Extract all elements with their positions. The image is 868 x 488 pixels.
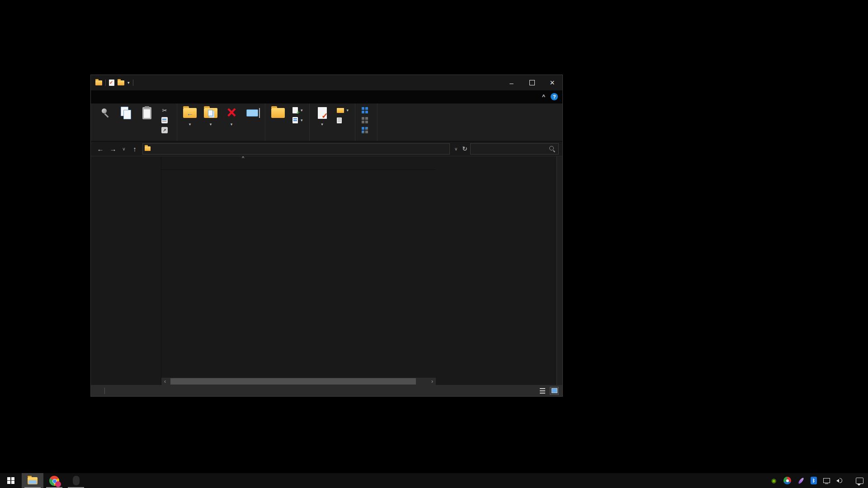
breadcrumb[interactable] (142, 143, 450, 155)
folder-icon[interactable] (95, 80, 102, 85)
action-center-icon[interactable] (856, 478, 863, 484)
thumbnails-view-button[interactable] (550, 387, 559, 395)
copy-button[interactable] (116, 105, 136, 122)
pin-to-quick-access-button[interactable] (95, 105, 115, 122)
delete-icon (226, 107, 236, 120)
ribbon-tabs: ^ ? (91, 90, 562, 103)
file-list-pane: ^ ‹ › (161, 156, 436, 385)
properties-quick-icon[interactable] (109, 80, 114, 86)
invert-selection-button[interactable] (360, 126, 373, 135)
edit-icon (337, 117, 342, 123)
copy-to-button[interactable] (201, 105, 221, 129)
ribbon-group-clipboard (93, 103, 177, 141)
search-box (470, 143, 559, 155)
open-icon (337, 108, 344, 113)
network-icon[interactable] (823, 477, 830, 484)
easy-access-button[interactable] (291, 116, 305, 125)
edit-button[interactable] (335, 116, 351, 125)
taskbar: ᛒ (0, 473, 868, 488)
pin-icon (100, 107, 111, 119)
ribbon (91, 103, 562, 141)
status-bar (91, 385, 562, 396)
close-button[interactable] (542, 75, 562, 90)
back-button[interactable]: ← (95, 145, 105, 153)
ribbon-group-open (310, 103, 356, 141)
easy-access-icon (292, 117, 298, 123)
delete-button[interactable] (222, 105, 241, 129)
ribbon-group-organize (177, 103, 265, 141)
paste-shortcut-button[interactable] (160, 126, 172, 135)
copy-icon (121, 107, 132, 119)
paste-shortcut-icon (161, 127, 168, 133)
bluetooth-icon[interactable]: ᛒ (811, 477, 817, 484)
rename-button[interactable] (242, 105, 262, 122)
new-folder-button[interactable] (268, 105, 288, 122)
horizontal-scrollbar[interactable]: ‹ › (161, 378, 436, 385)
taskbar-autoclicker[interactable] (65, 473, 87, 488)
thumbnails-view-icon (552, 388, 557, 393)
system-tray: ᛒ (770, 473, 868, 488)
scrollbar-thumb[interactable] (170, 378, 416, 385)
select-all-button[interactable] (360, 106, 373, 115)
feather-tray-icon[interactable] (797, 477, 805, 484)
help-icon[interactable]: ? (551, 93, 558, 100)
ribbon-group-select (355, 103, 377, 141)
copy-path-icon (161, 117, 168, 123)
recent-locations-chevron-icon[interactable]: ∨ (121, 146, 127, 151)
new-item-button[interactable] (291, 106, 305, 115)
chrome-icon (49, 476, 59, 486)
volume-icon[interactable] (836, 477, 844, 484)
select-none-button[interactable] (360, 116, 373, 125)
color-wheel-tray-icon[interactable] (783, 477, 791, 484)
minimize-button[interactable] (501, 75, 522, 90)
forward-button[interactable]: → (108, 145, 118, 153)
navigation-pane (91, 156, 161, 385)
select-all-icon (362, 107, 368, 113)
properties-icon (318, 107, 327, 119)
select-none-icon (362, 117, 368, 123)
refresh-icon[interactable] (462, 145, 467, 153)
search-input[interactable] (473, 145, 549, 152)
address-bar: ← → ∨ ↑ ∨ (91, 141, 562, 156)
nvidia-tray-icon[interactable] (770, 477, 778, 484)
cut-button[interactable] (160, 106, 172, 115)
scroll-left-icon[interactable]: ‹ (161, 378, 169, 385)
up-button[interactable]: ↑ (130, 145, 140, 153)
cut-icon (161, 107, 168, 113)
collapse-ribbon-icon[interactable]: ^ (542, 94, 545, 100)
file-explorer-icon (28, 477, 38, 484)
copy-to-icon (204, 108, 217, 118)
title-bar[interactable]: ▾ (91, 75, 562, 90)
preview-pane (436, 156, 562, 385)
details-view-button[interactable] (538, 387, 547, 395)
chrome-profile-badge (55, 481, 61, 487)
ribbon-group-new (265, 103, 310, 141)
open-button[interactable] (335, 106, 351, 115)
preview-scroll-strip[interactable] (557, 156, 562, 385)
scroll-right-icon[interactable]: › (429, 378, 436, 385)
rename-icon (246, 109, 258, 117)
taskbar-file-explorer[interactable] (22, 473, 43, 488)
properties-button[interactable] (312, 105, 332, 129)
file-explorer-window: ▾ ^ ? (90, 75, 563, 397)
start-button[interactable] (0, 473, 22, 488)
new-item-icon (292, 107, 298, 113)
quick-access-toolbar: ▾ (91, 80, 133, 86)
copy-path-button[interactable] (160, 116, 172, 125)
maximize-button[interactable] (522, 75, 542, 90)
invert-selection-icon (362, 127, 368, 133)
sort-ascending-icon: ^ (242, 155, 244, 161)
location-folder-icon (145, 146, 151, 151)
mouse-icon (73, 476, 80, 485)
windows-logo-icon (7, 477, 14, 484)
taskbar-chrome[interactable] (43, 473, 65, 488)
customize-qat-chevron-icon[interactable]: ▾ (127, 80, 130, 85)
search-icon[interactable] (549, 145, 556, 152)
paste-button[interactable] (137, 105, 157, 122)
details-view-icon (540, 388, 545, 394)
new-folder-quick-icon[interactable] (118, 80, 124, 85)
move-to-icon (183, 108, 197, 118)
move-to-button[interactable] (180, 105, 200, 129)
address-dropdown-chevron-icon[interactable]: ∨ (453, 146, 459, 151)
new-folder-icon (271, 108, 285, 118)
